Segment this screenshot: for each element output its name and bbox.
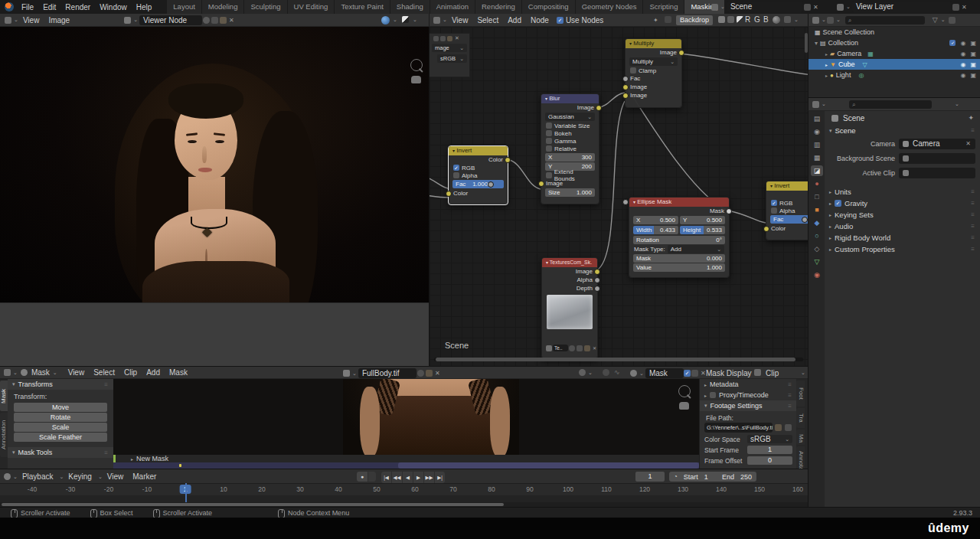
node-blur[interactable]: ▾ Blur Image Gaussian⌄ Variable Size Bok… — [541, 93, 599, 204]
socket-image-out[interactable] — [678, 50, 684, 56]
ellipse-rotation-field[interactable]: Rotation0° — [633, 236, 725, 244]
clip-menu-clip[interactable]: Clip — [119, 366, 142, 379]
invert-right-alpha-checkbox[interactable]: Alpha — [766, 207, 808, 214]
use-nodes-checkbox[interactable]: ✓ — [557, 17, 564, 24]
link-icon[interactable] — [579, 369, 586, 376]
collection-camera-icon[interactable]: ▣ — [970, 40, 976, 47]
transforms-panel-header[interactable]: ▾ Transforms ≡ — [8, 379, 113, 390]
new-view-layer-icon[interactable] — [952, 4, 959, 11]
socket-image1-in[interactable] — [622, 84, 629, 90]
properties-type-caret[interactable]: ⌄ — [822, 101, 826, 107]
blur-variable-size-checkbox[interactable]: Variable Size — [541, 122, 599, 129]
tab-sculpting[interactable]: Sculpting — [244, 0, 286, 14]
scene-name-field[interactable]: Scene — [727, 2, 803, 12]
multiply-blend-dropdown[interactable]: Multiply⌄ — [629, 57, 678, 66]
ruler-tick[interactable]: -30 — [66, 485, 75, 493]
socket-ellipse-value-in[interactable] — [622, 199, 629, 205]
node-ellipse-mask[interactable]: ▾ Ellipse Mask Mask X0.500 Y0.500 Width0… — [629, 197, 730, 278]
node-multiply[interactable]: ▾ Multiply Image Multiply⌄ Clamp Fac Ima… — [625, 38, 682, 108]
mask-layer-row[interactable]: ▸ New Mask — [113, 455, 699, 462]
invert-left-rgb-checkbox[interactable]: ✓RGB — [449, 164, 508, 172]
tab-rendering[interactable]: Rendering — [475, 0, 521, 14]
display-channels-caret[interactable]: ⌄ — [393, 17, 397, 23]
ellipse-width-slider[interactable]: Width0.433 — [633, 226, 678, 234]
socket-image2-in[interactable] — [622, 93, 629, 99]
invert-left-fac-slider[interactable]: Fac 1.000 — [452, 180, 504, 188]
tab-scripting[interactable]: Scripting — [643, 0, 684, 14]
socket-invert-color-in[interactable] — [446, 191, 452, 197]
collection-eye-icon[interactable]: ◉ — [960, 40, 965, 47]
image-datablock-icon[interactable] — [124, 17, 131, 24]
outliner-scene-collection[interactable]: ▦ Scene Collection — [808, 27, 980, 38]
node-hscrollbar-track[interactable] — [434, 358, 803, 361]
backdrop-alpha-icon[interactable] — [737, 16, 743, 23]
prev-keyframe-button[interactable]: ◀◀ — [392, 472, 403, 483]
file-reload-icon[interactable] — [785, 424, 792, 431]
image-unlink-icon[interactable]: ✕ — [591, 345, 598, 351]
camera-eye-icon[interactable]: ◉ — [960, 51, 965, 57]
current-frame-field[interactable]: 1 — [635, 472, 665, 482]
folder-icon[interactable] — [447, 36, 452, 41]
mode-caret[interactable]: ⌄ — [53, 370, 57, 376]
menu-window[interactable]: Window — [95, 1, 132, 14]
color-space-dropdown[interactable]: sRGB⌄ — [747, 435, 792, 443]
cube-expand-arrow[interactable]: ▸ — [825, 62, 828, 67]
blur-filter-dropdown[interactable]: Gaussian⌄ — [545, 113, 595, 121]
node-menu-node[interactable]: Node — [526, 14, 554, 27]
file-path-field[interactable]: G:\Yennefer\..s\FullBody.tif — [704, 423, 773, 433]
image-browse-icon[interactable] — [546, 345, 552, 351]
filter-icon[interactable]: ▽ — [931, 16, 939, 24]
outliner-display-caret[interactable]: ⌄ — [836, 17, 841, 23]
clip-display-icon[interactable] — [754, 369, 761, 376]
ruler-tick[interactable]: 110 — [601, 485, 612, 493]
snap-icon[interactable] — [784, 16, 791, 23]
mode-dropdown[interactable]: Mask — [28, 366, 51, 379]
proxy-checkbox[interactable] — [710, 392, 716, 398]
menu-edit[interactable]: Edit — [38, 1, 60, 14]
gravity-panel[interactable]: ▸ ✓ Gravity≡ — [825, 198, 980, 209]
backdrop-image-icon[interactable] — [727, 16, 734, 23]
start-value[interactable]: 1 — [704, 473, 708, 481]
clip-editor-type-caret[interactable]: ⌄ — [13, 370, 18, 376]
image-datablock-caret[interactable]: ⌄ — [133, 17, 138, 23]
move-button[interactable]: Move — [14, 403, 107, 412]
filter-caret[interactable]: ⌄ — [941, 17, 946, 23]
ruler-tick[interactable]: 50 — [373, 485, 380, 493]
multiply-clamp-checkbox[interactable]: Clamp — [626, 67, 681, 74]
fake-user-shield-icon[interactable] — [203, 17, 210, 24]
mask-strip-scroll-handle[interactable] — [398, 462, 699, 469]
sidebar-image-dropdown[interactable]: mage⌄ — [432, 44, 467, 52]
ruler-tick[interactable]: 30 — [296, 485, 303, 493]
custom-properties-panel[interactable]: ▸Custom Properties≡ — [825, 243, 980, 255]
ruler-tick[interactable]: 130 — [678, 485, 688, 493]
next-keyframe-button[interactable]: ▶▶ — [424, 472, 435, 483]
end-value[interactable]: 250 — [740, 473, 752, 481]
metadata-panel[interactable]: ▸Metadata≡ — [700, 379, 797, 390]
tab-shading[interactable]: Shading — [390, 0, 430, 14]
view-layer-icon[interactable] — [837, 4, 844, 11]
timeline-type-icon[interactable] — [4, 473, 11, 480]
output-tab-icon[interactable]: ▥ — [811, 139, 823, 150]
socket-tex-alpha-out[interactable] — [594, 277, 600, 283]
node-blur-header[interactable]: ▾ Blur — [541, 94, 599, 103]
mask-tools-panel-header[interactable]: ▾ Mask Tools ≡ — [8, 447, 113, 458]
image-datablock-name[interactable]: Viewer Node — [139, 15, 202, 25]
clip-menu-select[interactable]: Select — [89, 366, 119, 379]
remove-view-layer-icon[interactable]: ✕ — [960, 4, 969, 11]
auto-key-options-button[interactable] — [368, 472, 376, 482]
data-tab-icon[interactable]: ▽ — [811, 256, 823, 267]
ellipse-height-slider[interactable]: Height0.533 — [680, 226, 725, 234]
properties-search-input[interactable]: ⌕ — [849, 100, 932, 109]
object-props-tab-icon[interactable]: ■ — [811, 204, 823, 215]
cube-eye-icon[interactable]: ◉ — [960, 61, 965, 68]
sidebar-colorspace-dropdown[interactable]: sRGB⌄ — [437, 54, 467, 63]
node-hscrollbar-handle[interactable] — [436, 358, 795, 361]
tab-mask-sidebar[interactable]: Mask — [0, 381, 8, 411]
background-scene-field[interactable] — [899, 153, 975, 164]
camera-camera-icon[interactable]: ▣ — [970, 51, 976, 57]
jump-to-end-button[interactable]: ▶| — [435, 472, 445, 483]
clip-menu-view[interactable]: View — [64, 366, 90, 379]
ruler-tick[interactable]: 10 — [220, 485, 227, 493]
timeline-view-menu[interactable]: View — [103, 470, 129, 483]
blur-relative-checkbox[interactable]: Relative — [541, 145, 599, 152]
